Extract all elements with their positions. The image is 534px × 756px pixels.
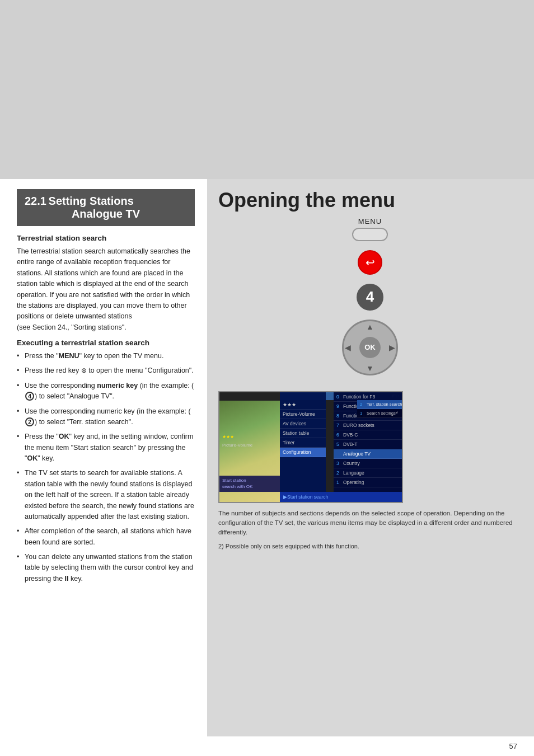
tv-left-menu: ★★★ Picture-Volume AV devices Station ta… <box>280 392 326 503</box>
red-button-icon: ↩ <box>366 256 375 269</box>
left-column: 22.1 Setting Stations Analogue TV Terres… <box>0 179 207 736</box>
tv-menu-item-av: AV devices <box>280 419 326 429</box>
dpad-container: ▲ ▼ ◀ ▶ OK <box>342 320 398 375</box>
section-subtitle: Analogue TV <box>25 208 187 220</box>
tv-far-right-menu: 2Terr. station search 1Search settings²⁾ <box>357 400 402 418</box>
tv-stars: ★★★ <box>222 434 234 439</box>
page-footer: 57 <box>0 736 534 756</box>
tv-far-right-2: 2Terr. station search <box>357 400 402 409</box>
right-header: Opening the menu <box>218 189 522 212</box>
terrestrial-body: The terrestrial station search automatic… <box>17 246 195 333</box>
bullet-6: The TV set starts to search for availabl… <box>17 468 195 522</box>
tv-screen-area: ★★★ Picture-Volume Start stationsearch w… <box>218 391 522 503</box>
tv-menu-item-timer: Timer <box>280 438 326 448</box>
terrestrial-heading: Terrestrial station search <box>17 234 195 242</box>
info-text: The number of subjects and sections depe… <box>218 509 522 538</box>
tv-menu-right-3: 3Country <box>334 459 402 468</box>
tv-menu-item-picture: Picture-Volume <box>280 410 326 419</box>
tv-menu-item-station: Station table <box>280 429 326 438</box>
info-box: The number of subjects and sections depe… <box>218 509 522 551</box>
tv-menu-right-analogue: Analogue TV <box>334 449 402 459</box>
section-title: Setting Stations <box>49 195 134 207</box>
bullet-8: You can delete any unwanted stations fro… <box>17 552 195 584</box>
tv-menu-right-1: 1Operating <box>334 478 402 487</box>
remote-area: MENU ↩ 4 ▲ ▼ ◀ <box>218 217 522 383</box>
executing-heading: Executing a terrestrial station search <box>17 339 195 347</box>
section-header: 22.1 Setting Stations Analogue TV <box>17 189 195 226</box>
bullet-5: Press the "OK" key and, in the setting w… <box>17 431 195 464</box>
menu-label: MENU <box>358 217 382 226</box>
dpad-up[interactable]: ▲ <box>366 322 374 331</box>
tv-menu-right-7: 7EURO sockets <box>334 421 402 430</box>
bullet-list: Press the "MENU" key to open the TV menu… <box>17 351 195 584</box>
tv-menu-right-2: 2Language <box>334 468 402 478</box>
bullet-2: Press the red key ⊛ to open the menu "Co… <box>17 365 195 376</box>
page-number: 57 <box>509 742 517 750</box>
dpad[interactable]: ▲ ▼ ◀ ▶ OK <box>342 320 398 375</box>
section-number: 22.1 <box>25 195 46 207</box>
start-search-label: ▶Start station search <box>283 494 328 500</box>
bullet-3: Use the corresponding numeric key (in th… <box>17 381 195 402</box>
tv-screen: ★★★ Picture-Volume Start stationsearch w… <box>218 391 403 503</box>
opening-title: Opening the menu <box>218 189 522 212</box>
red-circle-button[interactable]: ↩ <box>358 250 382 275</box>
tv-vol: Picture-Volume <box>222 443 252 448</box>
menu-button[interactable] <box>352 228 388 241</box>
dpad-left[interactable]: ◀ <box>345 343 351 352</box>
bullet-4: Use the corresponding numeric key (in th… <box>17 406 195 428</box>
footnote: 2) Possible only on sets equipped with t… <box>218 542 522 551</box>
ok-button[interactable]: OK <box>359 337 381 358</box>
tv-menu-item-stars: ★★★ <box>280 400 326 410</box>
tv-menu-right-5: 5DVB-T <box>334 440 402 449</box>
dpad-down[interactable]: ▼ <box>366 364 374 373</box>
start-station-box: Start stationsearch with OK <box>219 476 280 491</box>
tv-far-right-1: 1Search settings²⁾ <box>357 409 402 418</box>
bullet-7: After completion of the search, all stat… <box>17 526 195 548</box>
tv-menu-right-6: 6DVB-C <box>334 430 402 440</box>
num4-label: 4 <box>366 288 374 306</box>
right-column: Opening the menu MENU ↩ 4 <box>207 179 534 736</box>
top-gray-area <box>0 0 534 179</box>
main-row: 22.1 Setting Stations Analogue TV Terres… <box>0 179 534 736</box>
tv-menu-item-config: Configuration <box>280 448 326 457</box>
page-container: 22.1 Setting Stations Analogue TV Terres… <box>0 0 534 756</box>
num4-button[interactable]: 4 <box>357 284 383 311</box>
tv-start-search-bar: ▶Start station search <box>280 492 402 502</box>
dpad-right[interactable]: ▶ <box>389 343 395 352</box>
bullet-1: Press the "MENU" key to open the TV menu… <box>17 351 195 361</box>
